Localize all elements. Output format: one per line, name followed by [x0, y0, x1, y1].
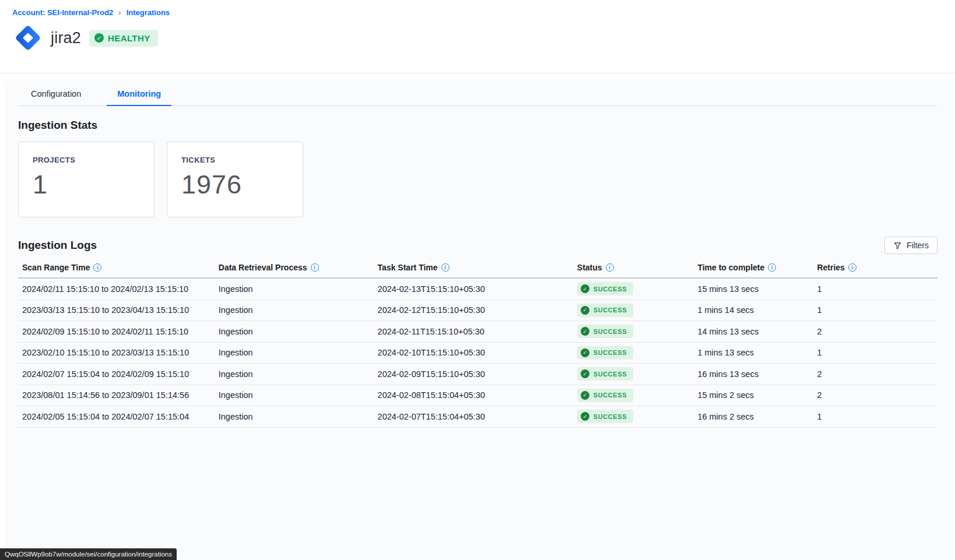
tab-configuration[interactable]: Configuration [20, 80, 92, 106]
ingestion-logs-heading: Ingestion Logs [18, 239, 97, 252]
column-label: Scan Range Time [22, 263, 90, 272]
filters-button-label: Filters [907, 241, 929, 250]
status-label: SUCCESS [594, 413, 627, 420]
ingestion-logs-header: Ingestion Logs Filters [18, 237, 938, 254]
filters-button[interactable]: Filters [884, 237, 938, 254]
cell-process: Ingestion [219, 284, 378, 294]
page-title: jira2 [51, 29, 81, 47]
status-badge: ✓ SUCCESS [577, 367, 633, 381]
column-header-data-retrieval-process: Data Retrieval Process i [219, 263, 378, 272]
cell-scan-range: 2023/02/10 15:15:10 to 2023/03/13 15:15:… [18, 348, 219, 357]
column-header-scan-range-time: Scan Range Time i [18, 263, 219, 272]
table-row: 2023/03/13 15:15:10 to 2023/04/13 15:15:… [18, 300, 938, 322]
filter-funnel-icon [893, 241, 902, 250]
status-badge: ✓ SUCCESS [577, 304, 633, 317]
tab-bar: Configuration Monitoring [18, 80, 938, 106]
status-label: SUCCESS [594, 328, 627, 335]
cell-retries: 1 [817, 305, 938, 315]
cell-process: Ingestion [219, 327, 378, 336]
cell-status: ✓ SUCCESS [577, 325, 698, 338]
cell-retries: 1 [817, 284, 938, 294]
column-label: Data Retrieval Process [219, 263, 307, 272]
table-row: 2024/02/09 15:15:10 to 2024/02/11 15:15:… [18, 321, 938, 343]
column-header-time-to-complete: Time to complete i [697, 263, 817, 272]
success-check-icon: ✓ [581, 327, 589, 336]
cell-status: ✓ SUCCESS [577, 304, 698, 317]
success-check-icon: ✓ [581, 391, 589, 400]
cell-retries: 1 [817, 412, 938, 421]
success-check-icon: ✓ [581, 348, 589, 357]
page-header: Account: SEI-Internal-Prod2 › Integratio… [0, 0, 955, 73]
stat-value-tickets: 1976 [181, 170, 289, 200]
table-row: 2023/02/10 15:15:10 to 2023/03/13 15:15:… [18, 343, 938, 364]
status-badge: ✓ SUCCESS [577, 346, 633, 360]
breadcrumb-separator-icon: › [118, 8, 121, 17]
breadcrumb-integrations-link[interactable]: Integrations [127, 8, 170, 17]
breadcrumb-account-link[interactable]: Account: SEI-Internal-Prod2 [12, 8, 113, 17]
cell-time-to-complete: 15 mins 2 secs [697, 390, 817, 400]
status-label: SUCCESS [594, 371, 627, 378]
column-label: Status [577, 263, 602, 272]
table-header-row: Scan Range Time i Data Retrieval Process… [18, 263, 938, 279]
cell-process: Ingestion [219, 305, 378, 315]
cell-scan-range: 2024/02/09 15:15:10 to 2024/02/11 15:15:… [18, 327, 219, 336]
cell-scan-range: 2023/03/13 15:15:10 to 2023/04/13 15:15:… [18, 305, 219, 315]
success-check-icon: ✓ [581, 284, 589, 293]
tab-monitoring[interactable]: Monitoring [107, 80, 171, 106]
column-label: Time to complete [697, 263, 764, 272]
cell-time-to-complete: 16 mins 2 secs [697, 412, 817, 421]
status-badge: ✓ SUCCESS [577, 389, 633, 402]
cell-scan-range: 2024/02/11 15:15:10 to 2024/02/13 15:15:… [18, 284, 219, 294]
status-badge: ✓ SUCCESS [577, 410, 633, 423]
cell-task-start: 2024-02-12T15:15:10+05:30 [378, 305, 577, 315]
stat-card-tickets: TICKETS 1976 [167, 142, 303, 217]
cell-process: Ingestion [219, 390, 378, 400]
cell-status: ✓ SUCCESS [577, 346, 698, 360]
cell-status: ✓ SUCCESS [577, 389, 698, 402]
stat-cards-row: PROJECTS 1 TICKETS 1976 [18, 142, 938, 217]
health-check-icon: ✓ [94, 33, 104, 43]
ingestion-stats-heading: Ingestion Stats [18, 119, 938, 132]
cell-retries: 2 [817, 327, 938, 336]
cell-time-to-complete: 14 mins 13 secs [697, 327, 817, 336]
info-icon[interactable]: i [606, 263, 614, 272]
cell-retries: 2 [817, 390, 938, 400]
stat-label-tickets: TICKETS [181, 156, 289, 164]
cell-time-to-complete: 1 mins 14 secs [697, 305, 817, 315]
content-panel: Configuration Monitoring Ingestion Stats… [5, 80, 955, 560]
status-badge: ✓ SUCCESS [577, 325, 633, 338]
info-icon[interactable]: i [311, 263, 319, 272]
column-label: Task Start Time [378, 263, 438, 272]
cell-task-start: 2024-02-09T15:15:10+05:30 [378, 369, 577, 379]
success-check-icon: ✓ [581, 412, 589, 421]
jira-logo-icon [12, 22, 44, 54]
cell-process: Ingestion [219, 412, 378, 421]
cell-scan-range: 2024/02/07 15:15:04 to 2024/02/09 15:15:… [18, 369, 219, 379]
ingestion-logs-table: Scan Range Time i Data Retrieval Process… [18, 263, 938, 428]
info-icon[interactable]: i [93, 263, 101, 272]
info-icon[interactable]: i [848, 263, 856, 272]
cell-status: ✓ SUCCESS [577, 282, 698, 295]
column-header-retries: Retries i [817, 263, 938, 272]
cell-time-to-complete: 16 mins 13 secs [697, 369, 817, 379]
status-label: SUCCESS [594, 286, 627, 293]
cell-task-start: 2024-02-10T15:15:10+05:30 [378, 348, 577, 357]
info-icon[interactable]: i [441, 263, 450, 272]
status-label: SUCCESS [594, 349, 627, 356]
cell-scan-range: 2023/08/01 15:14:56 to 2023/09/01 15:14:… [18, 390, 219, 400]
stat-label-projects: PROJECTS [33, 156, 140, 164]
health-status-label: HEALTHY [108, 33, 150, 43]
info-icon[interactable]: i [768, 263, 776, 272]
cell-process: Ingestion [219, 348, 378, 357]
cell-status: ✓ SUCCESS [577, 410, 698, 423]
stat-card-projects: PROJECTS 1 [18, 142, 155, 217]
integration-title-row: jira2 ✓ HEALTHY [12, 22, 943, 54]
cell-retries: 2 [817, 369, 938, 379]
cell-scan-range: 2024/02/05 15:15:04 to 2024/02/07 15:15:… [18, 412, 219, 421]
table-row: 2024/02/05 15:15:04 to 2024/02/07 15:15:… [18, 406, 938, 428]
table-row: 2024/02/07 15:15:04 to 2024/02/09 15:15:… [18, 364, 938, 385]
cell-task-start: 2024-02-07T15:15:04+05:30 [378, 412, 577, 421]
health-status-badge: ✓ HEALTHY [89, 30, 158, 47]
column-header-status: Status i [577, 263, 698, 272]
status-label: SUCCESS [594, 392, 627, 399]
